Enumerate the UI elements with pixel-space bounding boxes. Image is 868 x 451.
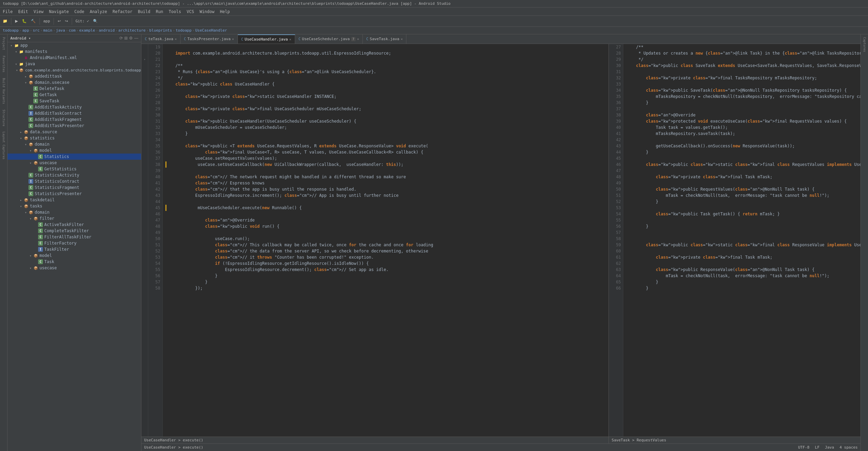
breadcrumb-android[interactable]: android xyxy=(99,28,115,33)
tab-taskspresenter-close[interactable]: ✕ xyxy=(232,37,234,41)
tree-item-activetaskfilter[interactable]: C ActiveTaskFilter xyxy=(8,222,141,228)
tree-item-addedittaskactivity[interactable]: C AddEditTaskActivity xyxy=(8,104,141,110)
tab-tetask[interactable]: C teTask.java ✕ xyxy=(141,34,181,44)
strip-captures[interactable]: Captures xyxy=(862,36,867,53)
menu-view[interactable]: View xyxy=(31,8,46,15)
tab-tetask-close[interactable]: ✕ xyxy=(175,37,177,41)
tree-item-statisticscontract[interactable]: I StatisticsContract xyxy=(8,178,141,184)
tree-item-gettask[interactable]: C GetTask xyxy=(8,92,141,98)
tree-item-domain-usecase[interactable]: ▾ 📦 domain.usecase xyxy=(8,79,141,86)
tree-item-app[interactable]: ▾ 📁 app xyxy=(8,42,141,48)
strip-favorites[interactable]: Favorites xyxy=(1,54,6,74)
status-lf[interactable]: LF xyxy=(815,445,819,450)
menu-tools[interactable]: Tools xyxy=(166,8,184,15)
breadcrumb-main[interactable]: main xyxy=(43,28,53,33)
tree-item-completetaskfilter[interactable]: C CompleteTaskFilter xyxy=(8,228,141,234)
tree-item-statistics-usecase[interactable]: ▾ 📦 usecase xyxy=(8,160,141,166)
toolbar-debug-btn[interactable]: 🐛 xyxy=(20,18,28,24)
tree-item-task[interactable]: C Task xyxy=(8,259,141,265)
menu-analyze[interactable]: Analyze xyxy=(87,8,110,15)
tab-savetask-close[interactable]: ✕ xyxy=(401,37,403,41)
tab-usecasescheduler[interactable]: C UseCaseScheduler.java 7 ✕ xyxy=(295,34,363,44)
tree-item-statisticsfragment[interactable]: C StatisticsFragment xyxy=(8,184,141,191)
sidebar-sync-btn[interactable]: ⟳ xyxy=(119,36,123,41)
tree-item-pkg-root[interactable]: ▾ 📦 com.example.android.architecture.blu… xyxy=(8,67,141,73)
tree-item-deletetask[interactable]: C DeleteTask xyxy=(8,86,141,92)
toolbar-undo-btn[interactable]: ↩ xyxy=(56,18,62,24)
tab-usecasescheduler-close[interactable]: ✕ xyxy=(357,37,359,41)
menu-edit[interactable]: Edit xyxy=(15,8,31,15)
tree-item-tasks-usecase[interactable]: ▾ 📦 usecase xyxy=(8,265,141,271)
toolbar-run-btn[interactable]: ▶ xyxy=(13,18,20,24)
editor-area: C teTask.java ✕ C TasksPresenter.java ✕ … xyxy=(141,34,860,451)
tab-taskspresenter[interactable]: C TasksPresenter.java ✕ xyxy=(181,34,238,44)
tree-item-taskfilter[interactable]: I TaskFilter xyxy=(8,246,141,252)
tree-item-addedittaskfragment[interactable]: C AddEditTaskFragment xyxy=(8,116,141,123)
menu-run[interactable]: Run xyxy=(153,8,166,15)
menu-window[interactable]: Window xyxy=(197,8,217,15)
status-language[interactable]: Java xyxy=(825,445,834,450)
tree-item-addedittaskpresenter[interactable]: C AddEditTaskPresenter xyxy=(8,123,141,129)
tree-item-addedittask[interactable]: ▸ 📦 addedittask xyxy=(8,73,141,79)
tree-item-statisticsactivity[interactable]: C StatisticsActivity xyxy=(8,172,141,178)
tab-usecasehandler[interactable]: C UseCaseHandler.java ✕ xyxy=(238,34,295,44)
breadcrumb-example[interactable]: example xyxy=(79,28,95,33)
tree-item-datasource[interactable]: ▸ 📦 data.source xyxy=(8,129,141,135)
status-encoding[interactable]: UTF-8 xyxy=(798,445,809,450)
menu-build[interactable]: Build xyxy=(135,8,153,15)
status-left: UseCaseHandler > execute() xyxy=(144,445,203,450)
menu-refactor[interactable]: Refactor xyxy=(110,8,135,15)
toolbar-redo-btn[interactable]: ↪ xyxy=(63,18,70,24)
tree-item-tasks-domain[interactable]: ▾ 📦 domain xyxy=(8,209,141,215)
menu-vcs[interactable]: VCS xyxy=(184,8,197,15)
breadcrumb-src[interactable]: src xyxy=(33,28,39,33)
strip-structure[interactable]: Structure xyxy=(1,108,6,128)
menu-help[interactable]: Help xyxy=(217,8,233,15)
tab-usecasehandler-close[interactable]: ✕ xyxy=(289,37,291,41)
status-indent[interactable]: 4 spaces xyxy=(840,445,858,450)
tree-item-statistics-domain[interactable]: ▾ 📦 domain xyxy=(8,141,141,147)
tree-item-getstatistics[interactable]: C GetStatistics xyxy=(8,166,141,172)
tree-item-androidmanifest[interactable]: 🗎 AndroidManifest.xml xyxy=(8,55,141,61)
breadcrumb-com[interactable]: com xyxy=(69,28,76,33)
right-code-content[interactable]: /** * Updates or creates a new {class="a… xyxy=(623,44,860,437)
breadcrumb-blueprints[interactable]: blueprints xyxy=(149,28,172,33)
tree-item-filtralltaskfilter[interactable]: C FilterAllTaskFilter xyxy=(8,234,141,240)
tree-item-filter-pkg[interactable]: ▾ 📦 filter xyxy=(8,215,141,222)
breadcrumb-todoapp[interactable]: todoapp xyxy=(3,28,19,33)
left-code-content[interactable]: import com.example.android.architecture.… xyxy=(163,44,609,437)
strip-build-variants[interactable]: Build Variants xyxy=(1,77,6,105)
toolbar-search-btn[interactable]: 🔍 xyxy=(91,18,100,24)
tree-label-addedittaskactivity: AddEditTaskActivity xyxy=(35,105,82,110)
tree-item-java[interactable]: ▾ 📁 java xyxy=(8,61,141,67)
left-code-area[interactable]: ▾ 19202122232425262728293031323334353637… xyxy=(141,44,609,437)
strip-layout-captures[interactable]: Layout Captures xyxy=(1,130,6,161)
tree-item-addedittaskcontract[interactable]: I AddEditTaskContract xyxy=(8,110,141,116)
android-dropdown[interactable]: Android ▾ xyxy=(10,36,31,41)
menu-file[interactable]: File xyxy=(0,8,15,15)
breadcrumb-usecasehandler[interactable]: UseCaseHandler xyxy=(195,28,227,33)
sidebar-expand-btn[interactable]: ⊞ xyxy=(124,36,128,41)
right-code-area[interactable]: 2728293031323334353637383940414243444546… xyxy=(609,44,860,437)
tree-item-filterfactory[interactable]: C FilterFactory xyxy=(8,240,141,246)
toolbar-build-btn[interactable]: 🔨 xyxy=(29,18,37,24)
breadcrumb-java[interactable]: java xyxy=(56,28,65,33)
tree-item-tasks-pkg[interactable]: ▾ 📦 tasks xyxy=(8,203,141,209)
breadcrumb-todoapp-pkg[interactable]: todoapp xyxy=(176,28,192,33)
tree-item-statistics-class[interactable]: C Statistics xyxy=(8,154,141,160)
tab-savetask[interactable]: C SaveTask.java ✕ xyxy=(363,34,406,44)
tree-item-statisticspresenter[interactable]: C StatisticsPresenter xyxy=(8,191,141,197)
tree-item-savetask[interactable]: C SaveTask xyxy=(8,98,141,104)
menu-code[interactable]: Code xyxy=(72,8,87,15)
tree-item-statistics-model[interactable]: ▾ 📦 model xyxy=(8,147,141,154)
tree-item-statistics-pkg[interactable]: ▾ 📦 statistics xyxy=(8,135,141,141)
strip-project[interactable]: Project xyxy=(1,36,6,52)
tree-item-tasks-model[interactable]: ▾ 📦 model xyxy=(8,252,141,259)
breadcrumb-architecture[interactable]: architecture xyxy=(118,28,146,33)
menu-navigate[interactable]: Navigate xyxy=(46,8,72,15)
sidebar-settings-btn[interactable]: ⚙ xyxy=(129,36,133,41)
tree-item-manifests[interactable]: ▾ 📁 manifests xyxy=(8,48,141,55)
tree-item-taskdetail[interactable]: ▸ 📦 taskdetail xyxy=(8,197,141,203)
breadcrumb-app[interactable]: app xyxy=(22,28,29,33)
sidebar-close-btn[interactable]: — xyxy=(134,36,138,41)
